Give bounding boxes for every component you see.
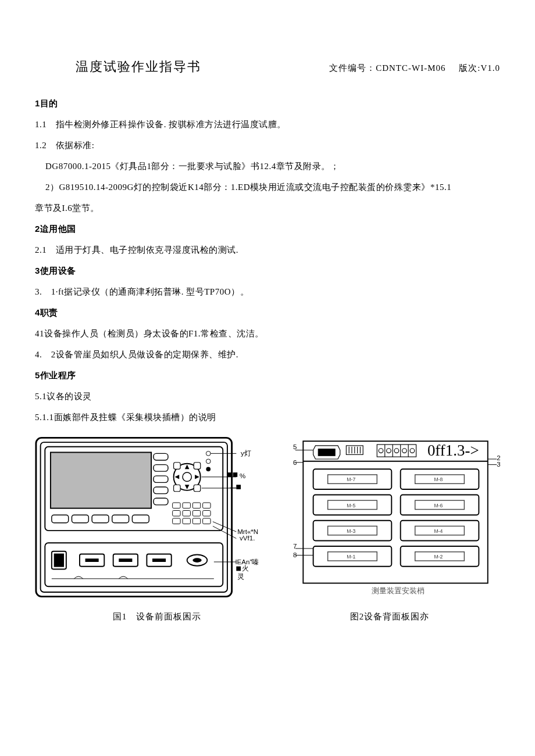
svg-rect-5 (154, 465, 168, 472)
version-value: V1.0 (480, 63, 500, 73)
p-5-1-1: 5.1.1面嫉部件及拄蝶《采集模块插槽）的说明 (35, 407, 500, 428)
svg-point-49 (192, 558, 201, 562)
svg-line-55 (213, 526, 236, 538)
figure-2-back-panel: 0ff1.3-> (293, 433, 500, 602)
svg-point-21 (206, 467, 211, 471)
doc-meta: 文件编号：CDNTC-WI-M06 版次:V1.0 (329, 63, 500, 74)
fig2-num-7: 7 (293, 543, 297, 550)
svg-rect-29 (192, 503, 200, 508)
doc-num-label: 文件编号： (329, 63, 376, 73)
fig1-annot-ling: 灵 (237, 573, 244, 580)
svg-rect-28 (183, 503, 190, 508)
p-1-2c: 章节及I.6堂节。 (35, 198, 500, 218)
svg-point-20 (206, 459, 211, 464)
svg-rect-58 (233, 472, 238, 477)
h-5: 5作业程序 (35, 365, 500, 386)
fig1-annot-huo: 火 (242, 565, 249, 572)
fig2-num-3: 3 (497, 461, 500, 468)
p-5-1: 5.1议各的设灵 (35, 386, 500, 407)
figure-row: y灯 % — Mrt«*N vVf1. IEAn"嗪 火 灵 (35, 433, 500, 602)
fig1-black-square-icon (236, 567, 241, 571)
svg-marker-11 (185, 465, 190, 470)
p-1-2a: DG87000.1-2015《灯具品1部分：一批要求与试脸》书12.4章节及附录… (35, 156, 500, 177)
version-label: 版次: (459, 63, 480, 73)
fig2-top-label: 0ff1.3-> (427, 442, 479, 459)
svg-point-78 (410, 449, 415, 453)
svg-rect-31 (173, 510, 180, 516)
p-1-2b: 2）G819510.14-2009G灯的控制袋近K14部分：1.ED模块用近流或… (35, 177, 500, 198)
fig2-num-5: 5 (293, 443, 297, 450)
fig2-num-6: 6 (293, 459, 297, 466)
fig1-annot-ydeng: y灯 (241, 450, 251, 457)
svg-rect-26 (132, 515, 149, 522)
svg-point-19 (206, 452, 211, 456)
p-1-1: 1.1 指牛检测外修正科操作设备. 按骐标准方法进行温度试膻。 (35, 114, 500, 135)
svg-point-10 (183, 472, 191, 481)
fig2-num-2: 2 (497, 454, 500, 461)
page-title: 温度试验作业指导书 (76, 58, 329, 76)
svg-rect-37 (192, 518, 200, 524)
p-3-1: 3. 1·ft据记录仪（的通商津利拓普琳. 型号TP70O）。 (35, 281, 500, 302)
svg-rect-24 (92, 515, 109, 522)
svg-rect-32 (183, 510, 190, 516)
slot-label-m4: M-4 (434, 528, 443, 534)
slot-label-m1: M-1 (347, 554, 355, 560)
doc-num: CDNTC-WI-M06 (376, 63, 445, 73)
p-4-1: 41设备操作人员（检测员）身太设备的F1.常检查、沈洁。 (35, 323, 500, 344)
svg-rect-25 (112, 515, 129, 522)
svg-point-75 (387, 449, 391, 453)
svg-rect-23 (72, 515, 88, 522)
slot-label-m2: M-2 (434, 554, 443, 560)
slot-label-m3: M-3 (347, 528, 355, 534)
figure-2-caption: 图2设备背面板囷亦 (279, 611, 500, 622)
svg-rect-6 (154, 476, 168, 483)
h-2: 2迨用他国 (35, 218, 500, 239)
svg-rect-36 (183, 518, 190, 524)
p-4-2: 4. 2设备管崖员如织人员做设备的定期保养、维护. (35, 344, 500, 365)
svg-rect-4 (154, 453, 168, 460)
svg-rect-30 (203, 503, 211, 508)
slot-label-m5: M-5 (347, 503, 355, 508)
svg-rect-45 (85, 558, 99, 562)
svg-rect-41 (54, 554, 64, 567)
svg-rect-46 (119, 558, 132, 562)
svg-rect-16 (194, 463, 201, 470)
svg-marker-13 (175, 475, 180, 479)
fig1-annot-mrt: Mrt«*N (237, 528, 258, 535)
svg-text:—: — (230, 483, 237, 490)
slot-label-m7: M-7 (347, 476, 355, 482)
p-2-1: 2.1 适用于灯具、电子控制依克寻湿度讯检的测试. (35, 239, 500, 260)
svg-rect-38 (203, 518, 211, 524)
h-4: 4职责 (35, 302, 500, 323)
svg-rect-47 (152, 558, 166, 562)
svg-rect-3 (51, 452, 151, 508)
svg-point-76 (394, 449, 399, 453)
fig2-bottom-label: 测量装置安装梢 (372, 586, 425, 595)
svg-rect-7 (154, 487, 168, 494)
svg-rect-62 (318, 449, 335, 456)
figure-1-front-panel: y灯 % — Mrt«*N vVf1. IEAn"嗪 火 灵 (35, 433, 270, 602)
svg-point-77 (402, 449, 407, 453)
svg-rect-34 (203, 510, 211, 516)
fig1-annot-pct: % (240, 472, 245, 479)
fig1-annot-iean: IEAn"嗪 (235, 558, 259, 565)
fig1-annot-vvf: vVf1. (240, 535, 255, 542)
fig2-num-8: 8 (293, 551, 297, 558)
svg-rect-22 (52, 515, 69, 522)
svg-rect-35 (173, 518, 180, 524)
svg-rect-8 (154, 498, 168, 505)
svg-rect-15 (174, 463, 181, 470)
svg-rect-60 (236, 485, 241, 489)
figure-1-caption: 国1 设备前面板囷示 (35, 611, 279, 622)
document-body: 1目的 1.1 指牛检测外修正科操作设备. 按骐标准方法进行温度试膻。 1.2 … (35, 93, 500, 428)
svg-rect-17 (174, 485, 181, 492)
h-1: 1目的 (35, 93, 500, 114)
svg-rect-18 (194, 485, 201, 492)
svg-rect-57 (227, 472, 232, 477)
svg-point-74 (379, 449, 383, 453)
p-1-2: 1.2 依据标准: (35, 135, 500, 156)
slot-label-m6: M-6 (434, 503, 443, 508)
slot-label-m8: M-8 (434, 476, 443, 482)
svg-marker-12 (185, 485, 190, 489)
svg-rect-27 (173, 503, 180, 508)
